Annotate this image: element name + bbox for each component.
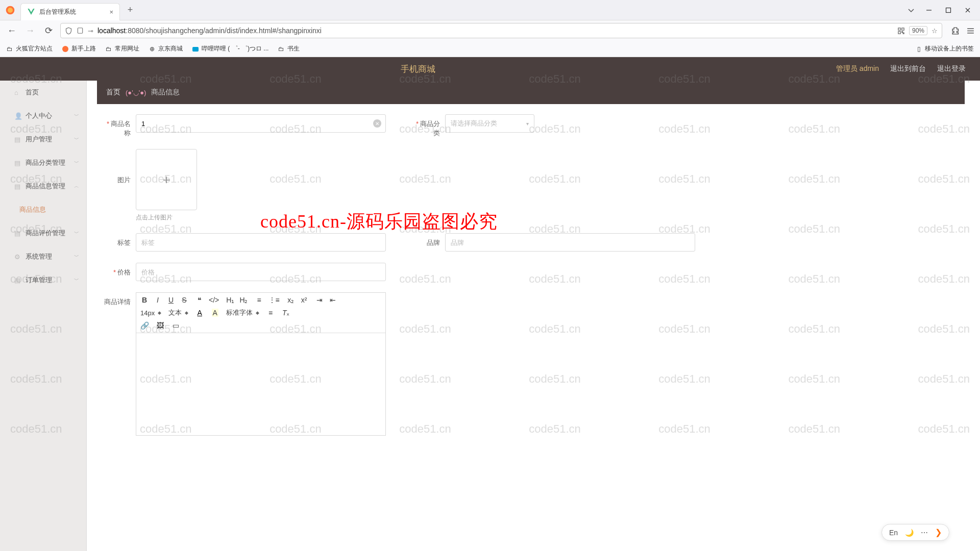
font-size-select[interactable]: 14px◆ (140, 309, 161, 317)
chevron-down-icon: ﹀ (74, 112, 79, 119)
code-icon[interactable]: </> (209, 296, 219, 304)
url-input[interactable]: ⊸ localhost:8080/shoujishangcheng/admin/… (60, 23, 942, 38)
breadcrumb-home[interactable]: 首页 (106, 88, 120, 97)
hamburger-menu-icon[interactable] (966, 27, 975, 35)
ordered-list-icon[interactable]: ≡ (255, 296, 263, 304)
image-icon[interactable]: 🖼 (156, 321, 164, 330)
ime-menu-icon[interactable]: ⋯ (921, 529, 928, 537)
logout-link[interactable]: 退出登录 (937, 64, 966, 73)
text-color-icon[interactable]: A (195, 309, 204, 317)
zoom-indicator[interactable]: 90% (909, 26, 927, 35)
mobile-bookmarks[interactable]: ▯移动设备上的书签 (915, 44, 974, 53)
tag-label: 标签 (102, 233, 131, 247)
product-category-select[interactable]: 请选择商品分类 ▾ (445, 114, 534, 133)
tab-title: 后台管理系统 (39, 8, 109, 16)
bookmark-item[interactable]: 🗀书生 (278, 44, 300, 53)
sidebar-item-products[interactable]: ▤商品信息管理︿ (0, 174, 86, 198)
unordered-list-icon[interactable]: ⋮≡ (268, 296, 280, 304)
qr-icon[interactable] (897, 27, 905, 35)
brand-label: 品牌 (411, 233, 440, 247)
svg-rect-11 (192, 47, 199, 52)
rich-text-editor: B I U S ❝ </> H₁ H₂ (136, 292, 386, 436)
product-category-group: *商品分类 请选择商品分类 ▾ (411, 114, 534, 138)
nav-forward-icon[interactable]: → (23, 24, 37, 37)
new-tab-button[interactable]: + (123, 3, 137, 17)
sidebar-item-users[interactable]: ▤用户管理﹀ (0, 128, 86, 151)
sidebar-item-reviews[interactable]: ▤商品评价管理﹀ (0, 221, 86, 245)
sidebar-item-system[interactable]: ⚙系统管理﹀ (0, 245, 86, 268)
svg-rect-8 (902, 31, 903, 32)
product-name-input[interactable]: ✕ (136, 114, 386, 133)
sidebar-item-home[interactable]: ⌂首页 (0, 81, 86, 104)
list-icon: ▤ (14, 230, 21, 237)
history-dropdown-icon[interactable] (908, 7, 915, 14)
firefox-icon (62, 45, 69, 53)
sidebar-item-product-info[interactable]: 商品信息 (0, 198, 86, 221)
window-close-icon[interactable] (963, 5, 973, 15)
browser-tab-bar: 后台管理系统 × + (0, 0, 980, 20)
nav-back-icon[interactable]: ← (5, 24, 18, 37)
image-label: 图片 (102, 149, 131, 210)
detail-label: 商品详情 (102, 292, 131, 307)
underline-icon[interactable]: U (167, 296, 175, 304)
main-content: 首页 (●'◡'●) 商品信息 *商品名称 ✕ *商品分类 请选择商品分类 (87, 81, 980, 551)
exit-to-front-link[interactable]: 退出到前台 (890, 64, 926, 73)
list-icon: ▤ (14, 277, 21, 284)
sidebar-item-categories[interactable]: ▤商品分类管理﹀ (0, 151, 86, 174)
brand-input[interactable] (445, 233, 695, 252)
clear-icon[interactable]: ✕ (373, 119, 381, 128)
sidebar-item-orders[interactable]: ▤订单管理﹀ (0, 268, 86, 292)
bg-color-icon[interactable]: A (211, 309, 219, 317)
upload-hint: 点击上传图片 (136, 213, 173, 222)
h2-icon[interactable]: H₂ (239, 296, 248, 304)
ime-toolbar[interactable]: En 🌙 ⋯ ❯ (881, 524, 949, 541)
bold-icon[interactable]: B (140, 296, 149, 304)
align-icon[interactable]: ≡ (266, 309, 275, 317)
extensions-icon[interactable] (951, 27, 960, 35)
link-icon[interactable]: 🔗 (140, 321, 149, 330)
sidebar: ⌂首页 👤个人中心﹀ ▤用户管理﹀ ▤商品分类管理﹀ ▤商品信息管理︿ 商品信息… (0, 81, 87, 551)
image-upload-button[interactable]: + (136, 149, 197, 210)
clear-format-icon[interactable]: Tₓ (282, 309, 290, 317)
bookmark-item[interactable]: 哔哩哔哩 ( ゜- ゜)つロ ... (192, 44, 268, 53)
quote-icon[interactable]: ❝ (195, 296, 204, 304)
outdent-icon[interactable]: ⇤ (329, 296, 337, 304)
ime-lang[interactable]: En (889, 529, 898, 537)
superscript-icon[interactable]: x² (300, 296, 308, 304)
breadcrumb: 首页 (●'◡'●) 商品信息 (97, 81, 965, 104)
editor-content-area[interactable] (136, 333, 385, 435)
font-family-select[interactable]: 标准字体◆ (226, 308, 259, 317)
ime-expand-icon[interactable]: ❯ (935, 528, 942, 537)
video-icon[interactable]: ▭ (172, 321, 180, 330)
italic-icon[interactable]: I (154, 296, 162, 304)
bookmark-item[interactable]: 🗀常用网址 (105, 44, 139, 53)
browser-tab[interactable]: 后台管理系统 × (20, 3, 120, 20)
price-input[interactable] (136, 263, 386, 281)
chevron-up-icon: ︿ (74, 183, 79, 190)
strike-icon[interactable]: S (180, 296, 188, 304)
admin-user-link[interactable]: 管理员 admin (836, 64, 879, 73)
nav-reload-icon[interactable]: ⟳ (42, 24, 55, 37)
app-header: 手机商城 管理员 admin 退出到前台 退出登录 (0, 57, 980, 81)
svg-point-10 (62, 46, 68, 52)
bookmark-star-icon[interactable]: ☆ (932, 27, 938, 35)
subscript-icon[interactable]: x₂ (287, 296, 295, 304)
window-maximize-icon[interactable] (943, 5, 953, 15)
sidebar-item-profile[interactable]: 👤个人中心﹀ (0, 104, 86, 128)
heading-select[interactable]: 文本◆ (168, 308, 188, 317)
bookmark-item[interactable]: 🗀火狐官方站点 (6, 44, 53, 53)
window-minimize-icon[interactable] (924, 5, 934, 15)
permission-icon[interactable]: ⊸ (88, 27, 93, 35)
h1-icon[interactable]: H₁ (226, 296, 234, 304)
svg-rect-7 (898, 31, 900, 33)
gear-icon: ⚙ (14, 253, 21, 260)
list-icon: ▤ (14, 136, 21, 143)
bookmark-item[interactable]: ⊕京东商城 (149, 44, 183, 53)
shield-icon[interactable] (65, 27, 72, 35)
page-info-icon[interactable] (77, 27, 84, 34)
indent-icon[interactable]: ⇥ (315, 296, 324, 304)
ime-moon-icon[interactable]: 🌙 (905, 529, 914, 537)
tag-input[interactable] (136, 233, 386, 252)
bookmark-item[interactable]: 新手上路 (62, 44, 96, 53)
tab-close-icon[interactable]: × (109, 8, 113, 16)
